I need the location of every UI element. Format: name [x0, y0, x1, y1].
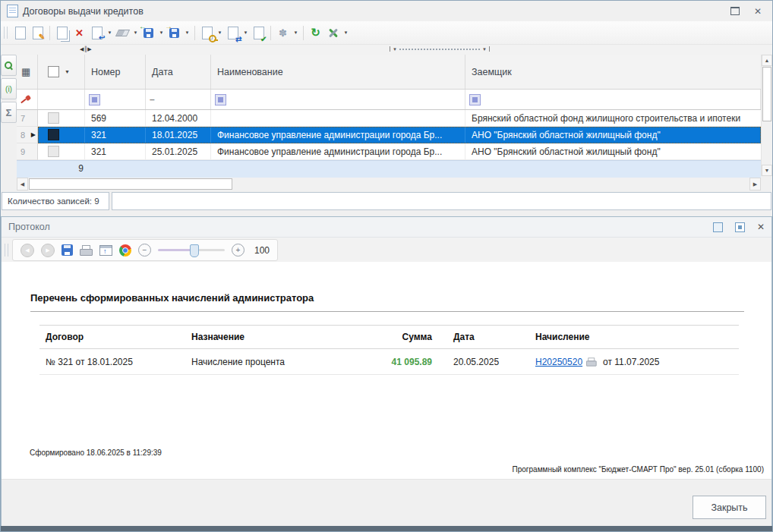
- select-all-cell[interactable]: ▼: [38, 55, 85, 89]
- forward-button[interactable]: ▶: [41, 244, 55, 257]
- report-purpose: Начисление процента: [191, 357, 356, 367]
- row-checkbox[interactable]: [48, 146, 59, 157]
- cell-name[interactable]: Финансовое управление администрации горо…: [211, 143, 465, 160]
- edit-record-button[interactable]: ✎: [29, 24, 46, 42]
- close-button[interactable]: ✕: [749, 4, 766, 19]
- zoom-out-button[interactable]: −: [138, 244, 151, 257]
- scroll-up-icon[interactable]: ▲: [762, 55, 772, 66]
- select-all-checkbox[interactable]: [48, 66, 59, 77]
- zoom-level: 100: [254, 245, 270, 256]
- cell-borrower[interactable]: Брянский областной фонд жилищного строит…: [465, 110, 761, 127]
- table-row-selected[interactable]: 8▶ 321 18.01.2025 Финансовое управление …: [17, 127, 761, 143]
- filter-name[interactable]: [211, 90, 465, 109]
- horizontal-scrollbar[interactable]: ◀ ▶: [17, 178, 761, 190]
- vertical-scrollbar[interactable]: ▲ ▼: [761, 55, 772, 176]
- cell-date[interactable]: 18.01.2025: [146, 127, 211, 143]
- cell-borrower[interactable]: АНО "Брянский областной жилищный фонд": [465, 127, 761, 143]
- open-in-window-button[interactable]: [99, 245, 112, 256]
- column-width-marks[interactable]: ▼ ▼: [390, 46, 490, 52]
- toolbar-separator: [303, 26, 304, 40]
- cell-borrower[interactable]: АНО "Брянский областной жилищный фонд": [465, 143, 761, 160]
- tab-totals[interactable]: Σ: [1, 102, 17, 123]
- row-number-cell: 8▶: [17, 127, 38, 143]
- cell-date[interactable]: 12.04.2000: [146, 110, 211, 127]
- maximize-button[interactable]: [727, 4, 743, 19]
- row-checkbox-cell[interactable]: [38, 127, 85, 143]
- save-export-button[interactable]: →: [166, 24, 183, 42]
- filter-number[interactable]: [85, 90, 146, 109]
- zoom-slider[interactable]: [158, 249, 225, 251]
- restore-window-icon[interactable]: [713, 222, 723, 232]
- toolbar-separator: [49, 26, 50, 40]
- row-checkbox[interactable]: [48, 112, 59, 124]
- tab-search[interactable]: [1, 55, 17, 76]
- accrual-date: от 11.07.2025: [603, 357, 659, 367]
- row-checkbox-cell[interactable]: [38, 143, 85, 160]
- grid-settings-cell[interactable]: ▦: [17, 55, 38, 89]
- scroll-right-icon[interactable]: ▶: [749, 178, 761, 190]
- protocol-panel: Протокол ✕ ◀ ▶ − + 100 Перечень с: [1, 216, 772, 527]
- delete-record-button[interactable]: ✕: [71, 24, 88, 42]
- scroll-left-icon[interactable]: ◀: [17, 178, 28, 190]
- copy-record-button[interactable]: [53, 24, 71, 42]
- horizontal-scroll-thumb[interactable]: [29, 178, 232, 190]
- column-header-number[interactable]: Номер: [85, 55, 146, 89]
- accrual-link[interactable]: Н20250520: [535, 357, 582, 367]
- column-header-date[interactable]: Дата: [146, 55, 211, 89]
- key-icon: [202, 27, 213, 39]
- open-in-browser-button[interactable]: [119, 244, 131, 257]
- service-settings-dropdown[interactable]: ▼: [292, 24, 300, 42]
- tools-button[interactable]: [324, 24, 342, 42]
- cell-number[interactable]: 321: [85, 127, 146, 143]
- grid-icon: ▦: [21, 67, 30, 77]
- zoom-in-button[interactable]: +: [232, 244, 245, 257]
- tab-info[interactable]: (i): [1, 78, 17, 99]
- row-checkbox-cell[interactable]: [38, 110, 85, 127]
- protocol-close-icon[interactable]: ✕: [757, 222, 765, 231]
- column-header-borrower[interactable]: Заемщик: [465, 55, 761, 89]
- column-header-name[interactable]: Наименование: [211, 55, 465, 89]
- clear-button[interactable]: [114, 24, 131, 42]
- cell-date[interactable]: 25.01.2025: [146, 143, 211, 160]
- print-button[interactable]: [80, 245, 93, 256]
- close-protocol-button[interactable]: Закрыть: [693, 496, 766, 519]
- new-document-button[interactable]: [11, 24, 29, 42]
- transfer-dropdown[interactable]: ▼: [241, 24, 250, 42]
- vertical-scroll-thumb[interactable]: [762, 67, 771, 121]
- cell-number[interactable]: 569: [85, 110, 146, 127]
- paste-dropdown[interactable]: ▼: [106, 24, 114, 42]
- table-row[interactable]: 9 321 25.01.2025 Финансовое управление а…: [17, 143, 761, 160]
- freeze-columns-grip[interactable]: ◀║▶: [80, 46, 92, 52]
- fullscreen-icon[interactable]: [735, 222, 745, 232]
- save-export-dropdown[interactable]: ▼: [183, 24, 191, 42]
- print-accrual-icon[interactable]: [586, 357, 597, 366]
- filter-borrower[interactable]: [465, 90, 761, 109]
- access-keys-button[interactable]: [198, 24, 216, 42]
- tools-icon: [328, 27, 339, 38]
- save-import-button[interactable]: ←: [140, 24, 157, 42]
- zoom-slider-thumb[interactable]: [190, 244, 199, 257]
- back-button[interactable]: ◀: [21, 244, 34, 257]
- filter-pin-cell[interactable]: [17, 90, 38, 109]
- table-row[interactable]: 7 569 12.04.2000 Брянский областной фонд…: [17, 110, 761, 127]
- report-col-amount: Сумма: [356, 332, 432, 342]
- paste-from-buffer-button[interactable]: ↩: [88, 24, 106, 42]
- eraser-icon: [115, 30, 130, 36]
- cell-name[interactable]: Финансовое управление администрации горо…: [211, 127, 465, 143]
- check-document-button[interactable]: ✔: [250, 24, 267, 42]
- transfer-document-button[interactable]: ⇄: [224, 24, 241, 42]
- row-checkbox[interactable]: [48, 129, 59, 140]
- report-generated-timestamp: Сформировано 18.06.2025 в 11:29:39: [30, 449, 162, 457]
- scroll-down-icon[interactable]: ▼: [762, 165, 772, 176]
- cell-number[interactable]: 321: [85, 143, 146, 160]
- filter-checkbox-cell[interactable]: [38, 90, 85, 109]
- select-dropdown-icon[interactable]: ▼: [65, 69, 70, 74]
- refresh-list-button[interactable]: ↻: [307, 24, 324, 42]
- save-report-button[interactable]: [62, 244, 73, 256]
- filter-date[interactable]: –: [146, 90, 211, 109]
- cell-name[interactable]: [211, 110, 465, 127]
- service-settings-button[interactable]: ✽: [274, 24, 292, 42]
- status-message: [112, 192, 771, 210]
- tools-dropdown[interactable]: ▼: [342, 24, 350, 42]
- footer-record-count: 9: [17, 161, 86, 178]
